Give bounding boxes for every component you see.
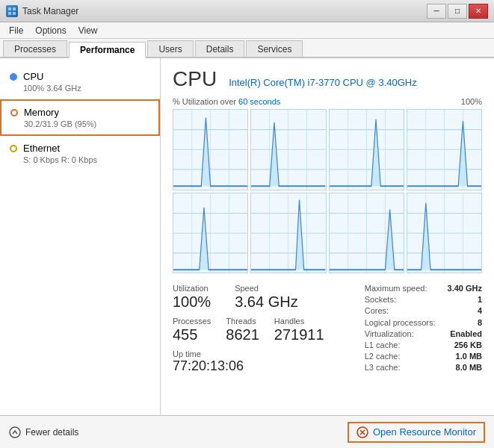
cpu-details-section: Maximum speed: 3.40 GHz Sockets: 1 Cores… <box>365 284 482 375</box>
memory-indicator-dot <box>10 109 18 116</box>
open-resource-monitor-label: Open Resource Monitor <box>373 426 476 438</box>
virt-label: Virtualization: <box>365 329 436 340</box>
cores-value: 4 <box>448 306 482 317</box>
chart-cpu-2 <box>250 109 326 190</box>
processes-value: 455 <box>173 326 211 343</box>
util-speed-row: Utilization 100% Speed 3.64 GHz <box>173 284 324 311</box>
l3-value: 8.0 MB <box>448 363 482 374</box>
threads-group: Threads 8621 <box>226 317 259 343</box>
tab-services[interactable]: Services <box>246 40 303 57</box>
speed-label: Speed <box>235 284 297 293</box>
chart-cpu-1 <box>173 109 248 190</box>
menu-file[interactable]: File <box>3 24 29 37</box>
handles-label: Handles <box>274 317 324 326</box>
charts-grid <box>173 109 482 273</box>
svg-rect-2 <box>8 12 11 15</box>
l1-value: 256 KB <box>448 340 482 352</box>
speed-group: Speed 3.64 GHz <box>235 284 297 311</box>
chart-cpu-3 <box>329 109 404 190</box>
svg-rect-0 <box>8 7 11 10</box>
app-icon <box>6 5 18 17</box>
svg-rect-1 <box>13 7 16 10</box>
memory-header-row: Memory <box>10 107 149 118</box>
ethernet-header-row: Ethernet <box>10 143 150 154</box>
max-speed-value: 3.40 GHz <box>448 284 482 295</box>
tab-details[interactable]: Details <box>195 40 245 57</box>
ethernet-indicator-dot <box>10 145 17 152</box>
l2-label: L2 cache: <box>365 352 436 363</box>
uptime-value: 77:20:13:06 <box>173 358 324 375</box>
proc-thread-row: Processes 455 Threads 8621 Handles 27191… <box>173 317 324 343</box>
chart-cpu-7 <box>329 193 404 274</box>
threads-label: Threads <box>226 317 259 326</box>
chart-seconds-label: 60 seconds <box>238 97 280 106</box>
utilization-group: Utilization 100% <box>173 284 211 311</box>
tab-processes[interactable]: Processes <box>3 40 67 57</box>
fewer-details-button[interactable]: Fewer details <box>9 426 78 438</box>
uptime-group: Up time 77:20:13:06 <box>173 349 324 375</box>
utilization-value: 100% <box>173 293 211 311</box>
cpu-detail-title: Intel(R) Core(TM) i7-3770 CPU @ 3.40GHz <box>229 77 417 88</box>
handles-group: Handles 271911 <box>274 317 324 343</box>
stats-section: Utilization 100% Speed 3.64 GHz Processe… <box>173 284 482 375</box>
close-button[interactable]: ✕ <box>469 4 488 19</box>
svg-point-52 <box>10 427 20 438</box>
speed-value: 3.64 GHz <box>235 293 297 311</box>
tab-performance[interactable]: Performance <box>69 42 146 58</box>
stats-left: Utilization 100% Speed 3.64 GHz Processe… <box>173 284 324 375</box>
utilization-label: Utilization <box>173 284 211 293</box>
sidebar-item-cpu[interactable]: CPU 100% 3.64 GHz <box>0 64 160 99</box>
virt-value: Enabled <box>448 329 482 340</box>
l1-label: L1 cache: <box>365 340 436 352</box>
maximize-button[interactable]: □ <box>448 4 467 19</box>
menu-options[interactable]: Options <box>29 24 72 37</box>
menu-bar: File Options View <box>0 22 494 39</box>
tab-bar: Processes Performance Users Details Serv… <box>0 39 494 58</box>
processes-label: Processes <box>173 317 211 326</box>
cpu-sub-label: 100% 3.64 GHz <box>23 84 150 93</box>
svg-rect-3 <box>13 12 16 15</box>
chart-cpu-4 <box>407 109 482 190</box>
minimize-button[interactable]: ─ <box>427 4 446 19</box>
logical-value: 8 <box>448 318 482 329</box>
window-controls: ─ □ ✕ <box>427 4 488 19</box>
sidebar-item-memory[interactable]: Memory 30.2/31.9 GB (95%) <box>0 99 160 136</box>
cpu-title-row: CPU Intel(R) Core(TM) i7-3770 CPU @ 3.40… <box>173 67 482 91</box>
ethernet-label: Ethernet <box>23 143 60 154</box>
chart-cpu-5 <box>173 193 248 274</box>
cpu-main-title: CPU <box>173 67 217 91</box>
sidebar-item-ethernet[interactable]: Ethernet S: 0 Kbps R: 0 Kbps <box>0 136 160 171</box>
cpu-indicator-dot <box>10 73 17 81</box>
cpu-label: CPU <box>23 71 43 82</box>
chart-cpu-6 <box>250 193 326 274</box>
uptime-label: Up time <box>173 349 324 358</box>
open-resource-monitor-button[interactable]: Open Resource Monitor <box>348 422 485 443</box>
fewer-details-label: Fewer details <box>25 427 78 438</box>
bottom-bar: Fewer details Open Resource Monitor <box>0 415 494 448</box>
max-speed-label: Maximum speed: <box>365 284 436 295</box>
ethernet-sub-label: S: 0 Kbps R: 0 Kbps <box>23 155 150 164</box>
resource-monitor-icon <box>356 426 368 438</box>
menu-view[interactable]: View <box>72 24 104 37</box>
title-bar-left: Task Manager <box>6 5 78 17</box>
chevron-up-icon <box>9 426 21 438</box>
threads-value: 8621 <box>226 326 259 343</box>
l2-value: 1.0 MB <box>448 352 482 363</box>
sidebar: CPU 100% 3.64 GHz Memory 30.2/31.9 GB (9… <box>0 58 161 415</box>
main-content: CPU 100% 3.64 GHz Memory 30.2/31.9 GB (9… <box>0 58 494 415</box>
memory-sub-label: 30.2/31.9 GB (95%) <box>24 119 149 128</box>
chart-label-row: % Utilization over 60 seconds 100% <box>173 97 482 106</box>
title-bar: Task Manager ─ □ ✕ <box>0 0 494 22</box>
window-title: Task Manager <box>22 6 78 16</box>
handles-value: 271911 <box>274 326 324 343</box>
tab-users[interactable]: Users <box>147 40 193 57</box>
cores-label: Cores: <box>365 306 436 317</box>
cpu-header-row: CPU <box>10 71 150 82</box>
processes-group: Processes 455 <box>173 317 211 343</box>
l3-label: L3 cache: <box>365 363 436 374</box>
logical-label: Logical processors: <box>365 318 436 329</box>
memory-label: Memory <box>24 107 59 118</box>
sockets-label: Sockets: <box>365 295 436 306</box>
chart-max-label: 100% <box>461 97 482 106</box>
sockets-value: 1 <box>448 295 482 306</box>
